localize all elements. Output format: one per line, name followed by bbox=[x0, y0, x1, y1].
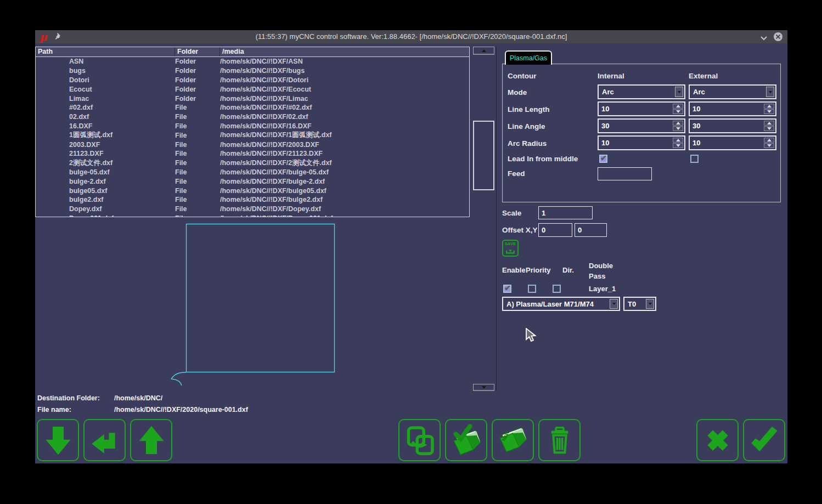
destination-folder-line: Destination Folder:/home/sk/DNC/ bbox=[37, 394, 162, 402]
spin-up-icon[interactable] bbox=[673, 138, 683, 143]
priority-checkbox[interactable] bbox=[528, 285, 536, 293]
spin-up-icon[interactable] bbox=[764, 121, 774, 126]
file-row[interactable]: ASNFolder/home/sk/DNC//!DXF/ASN bbox=[36, 57, 469, 66]
file-row[interactable]: bulge-05.dxfFile/home/sk/DNC//!DXF/bulge… bbox=[36, 168, 469, 177]
dropdown-arrow-icon[interactable] bbox=[646, 299, 654, 309]
dropdown-arrow-icon[interactable] bbox=[675, 87, 683, 97]
internal-header-label: Internal bbox=[598, 72, 624, 80]
file-row[interactable]: 16.DXFFile/home/sk/DNC//!DXF/16.DXF bbox=[36, 122, 469, 131]
arc-radius-internal-input[interactable] bbox=[599, 137, 684, 149]
offset-y-field[interactable] bbox=[575, 223, 607, 237]
offset-label: Offset X,Y bbox=[502, 226, 538, 234]
file-browser-table: Path Folder /media ASNFolder/home/sk/DNC… bbox=[35, 47, 470, 217]
line-angle-external-spinbox[interactable] bbox=[689, 118, 776, 133]
trash-icon bbox=[544, 425, 575, 456]
spin-down-icon[interactable] bbox=[764, 143, 774, 148]
line-angle-label: Line Angle bbox=[508, 122, 545, 131]
lead-in-internal-checkbox[interactable] bbox=[599, 155, 607, 163]
enable-checkbox[interactable] bbox=[503, 285, 511, 293]
line-angle-external-input[interactable] bbox=[690, 120, 775, 132]
mode-internal-select[interactable]: Arc bbox=[598, 84, 685, 99]
save-button[interactable]: SAVE bbox=[502, 240, 519, 257]
delete-button[interactable] bbox=[538, 419, 581, 461]
line-length-internal-input[interactable] bbox=[599, 103, 684, 115]
tool-number-select[interactable]: T0 bbox=[623, 297, 656, 311]
tool-select[interactable]: A) Plasma/Laser M71/M74 bbox=[502, 297, 620, 311]
file-row[interactable]: bugsFolder/home/sk/DNC//!DXF/bugs bbox=[36, 66, 469, 76]
dir-checkbox[interactable] bbox=[553, 285, 561, 293]
file-row[interactable]: Dopey.dxfFile/home/sk/DNC//!DXF/Dopey.dx… bbox=[36, 205, 469, 214]
dropdown-arrow-icon[interactable] bbox=[610, 299, 618, 309]
scale-field[interactable] bbox=[538, 206, 593, 219]
dir-header: Dir. bbox=[562, 266, 574, 274]
upload-button[interactable] bbox=[130, 419, 172, 461]
scale-input[interactable] bbox=[539, 207, 592, 219]
line-length-label: Line Length bbox=[508, 105, 550, 114]
scrollbar-up-button[interactable] bbox=[473, 47, 494, 55]
ok-check-icon bbox=[748, 424, 781, 457]
destination-folder-value: /home/sk/DNC/ bbox=[114, 394, 162, 402]
line-length-internal-spinbox[interactable] bbox=[598, 101, 685, 116]
spin-up-icon[interactable] bbox=[673, 104, 683, 109]
ok-button[interactable] bbox=[743, 419, 785, 461]
file-row[interactable]: 1圆弧测试.dxfFile/home/sk/DNC//!DXF/1圆弧测试.dx… bbox=[36, 131, 469, 140]
spin-up-icon[interactable] bbox=[764, 104, 774, 109]
column-header-path[interactable]: Path bbox=[36, 47, 175, 56]
download-button[interactable] bbox=[37, 419, 79, 461]
spin-down-icon[interactable] bbox=[764, 126, 774, 131]
mode-external-select[interactable]: Arc bbox=[689, 84, 776, 99]
priority-header: Priority bbox=[526, 266, 551, 274]
lead-in-external-checkbox[interactable] bbox=[690, 155, 699, 163]
shade-chevron-icon[interactable] bbox=[760, 33, 768, 43]
close-icon[interactable] bbox=[773, 32, 783, 44]
tab-plasma-gas[interactable]: Plasma/Gas bbox=[505, 50, 552, 65]
file-row[interactable]: Dopey001.dxfFile/home/sk/DNC//!DXF/Dopey… bbox=[36, 214, 469, 217]
spin-up-icon[interactable] bbox=[673, 121, 683, 126]
file-row[interactable]: bulge2.dxfFile/home/sk/DNC//!DXF/bulge2.… bbox=[36, 195, 469, 205]
offset-x-input[interactable] bbox=[539, 224, 572, 236]
scroll-up-icon bbox=[482, 49, 486, 52]
line-angle-internal-input[interactable] bbox=[599, 120, 684, 132]
spin-down-icon[interactable] bbox=[673, 126, 683, 131]
spin-down-icon[interactable] bbox=[673, 143, 683, 148]
column-header-type[interactable]: Folder bbox=[175, 47, 220, 56]
cancel-button[interactable] bbox=[696, 419, 739, 461]
file-row[interactable]: 21123.DXFFile/home/sk/DNC//!DXF/21123.DX… bbox=[36, 149, 469, 158]
scroll-down-icon bbox=[482, 386, 486, 389]
feed-input[interactable] bbox=[598, 168, 651, 180]
line-length-external-spinbox[interactable] bbox=[689, 101, 776, 116]
layer-name-label: Layer_1 bbox=[589, 285, 616, 293]
scrollbar-thumb[interactable] bbox=[473, 121, 494, 190]
arc-radius-external-input[interactable] bbox=[690, 137, 775, 149]
file-row[interactable]: #02.dxfFile/home/sk/DNC//!DXF/#02.dxf bbox=[36, 103, 469, 112]
file-name-label: File name: bbox=[37, 406, 114, 414]
feed-field[interactable] bbox=[598, 167, 652, 180]
file-row[interactable]: EcocutFolder/home/sk/DNC//!DXF/Ecocut bbox=[36, 84, 469, 94]
arc-radius-external-spinbox[interactable] bbox=[689, 135, 776, 150]
panel-divider bbox=[496, 47, 497, 391]
open-file-accept-button[interactable] bbox=[445, 419, 487, 461]
file-row[interactable]: LimacFolder/home/sk/DNC//!DXF/Limac bbox=[36, 94, 469, 103]
file-row[interactable]: 2测试文件.dxfFile/home/sk/DNC//!DXF/2测试文件.dx… bbox=[36, 158, 469, 168]
offset-x-field[interactable] bbox=[538, 223, 572, 237]
spin-down-icon[interactable] bbox=[673, 109, 683, 114]
file-row[interactable]: 2003.DXFFile/home/sk/DNC//!DXF/2003.DXF bbox=[36, 140, 469, 149]
line-angle-internal-spinbox[interactable] bbox=[598, 118, 685, 133]
spin-up-icon[interactable] bbox=[764, 138, 774, 143]
file-row[interactable]: bulge-2.dxfFile/home/sk/DNC//!DXF/bulge-… bbox=[36, 177, 469, 186]
spin-down-icon[interactable] bbox=[764, 109, 774, 114]
mode-label: Mode bbox=[508, 88, 527, 97]
column-header-media[interactable]: /media bbox=[220, 47, 469, 56]
file-row[interactable]: 02.dxfFile/home/sk/DNC//!DXF/02.dxf bbox=[36, 112, 469, 122]
line-length-external-input[interactable] bbox=[690, 103, 775, 115]
scrollbar-down-button[interactable] bbox=[473, 384, 494, 391]
file-row[interactable]: DotoriFolder/home/sk/DNC//!DXF/Dotori bbox=[36, 76, 469, 85]
file-row[interactable]: bulge05.dxfFile/home/sk/DNC//!DXF/bulge0… bbox=[36, 186, 469, 195]
new-file-button[interactable]: NEW bbox=[492, 419, 534, 461]
arc-radius-internal-spinbox[interactable] bbox=[598, 135, 685, 150]
file-list: ASNFolder/home/sk/DNC//!DXF/ASN bugsFold… bbox=[36, 57, 469, 217]
offset-y-input[interactable] bbox=[575, 224, 606, 236]
dropdown-arrow-icon[interactable] bbox=[766, 87, 774, 97]
return-button[interactable] bbox=[83, 419, 126, 461]
copy-button[interactable] bbox=[398, 419, 441, 461]
